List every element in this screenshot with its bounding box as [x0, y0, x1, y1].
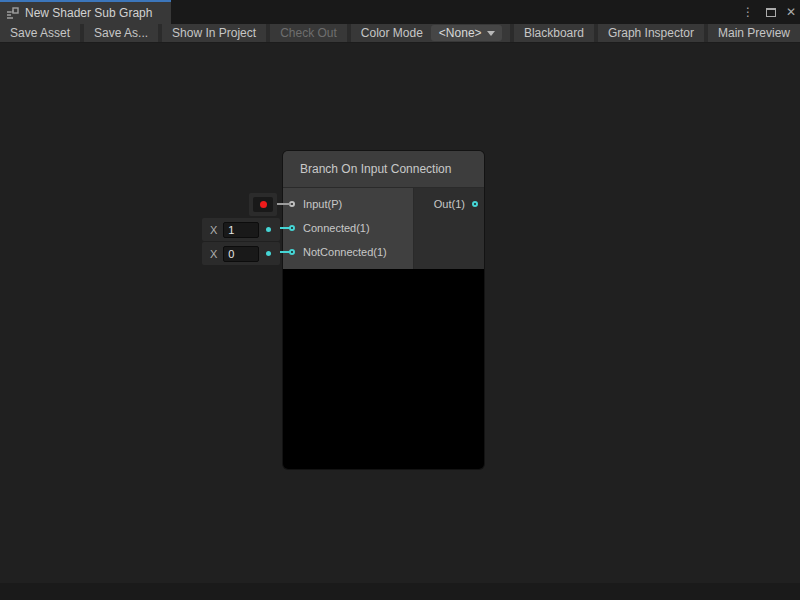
close-icon[interactable]: ✕: [786, 6, 796, 18]
tab-new-shader-sub-graph[interactable]: New Shader Sub Graph: [0, 0, 171, 24]
bottom-strip: [0, 583, 800, 600]
node-input-ports: Input(P) Connected(1) NotConnected(1): [283, 188, 413, 269]
port-label-notconnected: NotConnected(1): [303, 246, 387, 258]
wire-input-p: [277, 203, 291, 205]
save-as-button[interactable]: Save As...: [84, 24, 158, 42]
notconnected-default-widget: X: [202, 242, 280, 265]
port-label-connected: Connected(1): [303, 222, 370, 234]
node-body: Input(P) Connected(1) NotConnected(1) Ou…: [283, 188, 484, 269]
node-preview: [283, 269, 484, 469]
wire-connected: [280, 227, 291, 229]
blackboard-button[interactable]: Blackboard: [514, 24, 594, 42]
port-label-input: Input(P): [303, 198, 342, 210]
notconnected-value-input[interactable]: [223, 246, 259, 262]
node-branch-on-input-connection[interactable]: Branch On Input Connection Input(P) Conn…: [283, 151, 484, 469]
toolbar: Save Asset Save As... Show In Project Ch…: [0, 24, 800, 43]
port-label-out: Out(1): [434, 198, 465, 210]
window-menu-icon[interactable]: ⋮: [740, 6, 756, 18]
sub-graph-icon: [6, 7, 19, 20]
tab-title: New Shader Sub Graph: [25, 6, 152, 20]
connector-dot-icon: [266, 227, 271, 232]
input-p-default-widget[interactable]: [249, 193, 277, 216]
connected-default-widget: X: [202, 218, 280, 241]
show-in-project-button[interactable]: Show In Project: [162, 24, 266, 42]
node-output-ports: Out(1): [413, 188, 484, 269]
shader-graph-window: New Shader Sub Graph ⋮ ✕ Save Asset Save…: [0, 0, 800, 600]
port-row-notconnected: NotConnected(1): [283, 240, 413, 264]
input-state-dot-icon: [260, 201, 267, 208]
port-row-out: Out(1): [414, 192, 484, 216]
window-controls: ⋮ ✕: [740, 0, 796, 24]
x-component-label: X: [210, 224, 217, 236]
wire-notconnected: [280, 251, 291, 253]
maximize-icon[interactable]: [766, 8, 776, 17]
chevron-down-icon: [487, 31, 495, 36]
input-p-default-field: [253, 197, 273, 212]
node-header[interactable]: Branch On Input Connection: [283, 151, 484, 188]
color-mode-selected-value: <None>: [439, 26, 482, 40]
save-asset-button[interactable]: Save Asset: [0, 24, 80, 42]
color-mode-label: Color Mode: [351, 24, 431, 42]
tab-bar: New Shader Sub Graph ⋮ ✕: [0, 0, 800, 24]
check-out-button: Check Out: [270, 24, 347, 42]
graph-canvas[interactable]: Branch On Input Connection Input(P) Conn…: [0, 43, 800, 583]
out-port-icon[interactable]: [472, 201, 478, 207]
connected-value-input[interactable]: [223, 222, 259, 238]
graph-inspector-button[interactable]: Graph Inspector: [598, 24, 704, 42]
node-title: Branch On Input Connection: [300, 162, 451, 176]
x-component-label: X: [210, 248, 217, 260]
port-row-connected: Connected(1): [283, 216, 413, 240]
port-row-input: Input(P): [283, 192, 413, 216]
color-mode-dropdown[interactable]: <None>: [431, 25, 502, 41]
connector-dot-icon: [266, 251, 271, 256]
main-preview-button[interactable]: Main Preview: [708, 24, 800, 42]
